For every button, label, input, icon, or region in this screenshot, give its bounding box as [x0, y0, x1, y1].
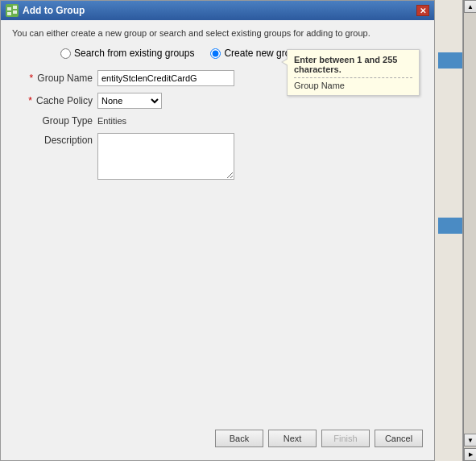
radio-create[interactable]: [210, 48, 221, 59]
radio-search-label: Search from existing groups: [74, 48, 194, 59]
required-star-cache: *: [28, 95, 32, 106]
group-type-label: Group Type: [12, 115, 93, 127]
tooltip-divider: [294, 77, 412, 78]
side-content-area: [435, 0, 463, 461]
radio-search-option[interactable]: Search from existing groups: [60, 48, 194, 59]
radio-search[interactable]: [60, 48, 71, 59]
svg-rect-1: [13, 6, 17, 9]
tooltip-title: Enter between 1 and 255 characters.: [294, 55, 412, 74]
next-button[interactable]: Next: [268, 430, 317, 447]
group-name-label: * Group Name: [12, 73, 93, 84]
side-scrollbar: ▲ ▼ ▶: [463, 0, 476, 461]
scroll-down-btn[interactable]: ▼: [464, 434, 476, 446]
finish-button[interactable]: Finish: [321, 430, 370, 447]
scroll-up-btn[interactable]: ▲: [464, 0, 476, 13]
dialog-titlebar: Add to Group ✕: [1, 1, 434, 20]
scroll-track: [464, 13, 476, 434]
button-row: Back Next Finish Cancel: [215, 430, 423, 447]
close-button[interactable]: ✕: [416, 5, 429, 16]
description-label: Description: [12, 133, 93, 146]
dialog-body: You can either create a new group or sea…: [1, 20, 434, 190]
side-tab-2: [438, 218, 462, 234]
side-tabs: [435, 0, 462, 461]
svg-rect-2: [7, 12, 11, 15]
description-textarea[interactable]: [97, 133, 234, 180]
dialog-app-icon: [6, 4, 19, 17]
tooltip-box: Enter between 1 and 255 characters. Grou…: [287, 49, 420, 96]
right-panel: ▲ ▼ ▶: [435, 0, 476, 461]
side-tab-1: [438, 52, 462, 69]
required-star-group: *: [30, 73, 34, 84]
description-field-container: [97, 133, 423, 182]
add-to-group-dialog: Add to Group ✕ You can either create a n…: [0, 0, 435, 461]
titlebar-left: Add to Group: [6, 4, 85, 17]
description-text: You can either create a new group or sea…: [12, 28, 423, 38]
group-name-input[interactable]: [97, 70, 234, 86]
back-button[interactable]: Back: [215, 430, 263, 447]
svg-rect-0: [7, 7, 11, 10]
cancel-button[interactable]: Cancel: [375, 430, 423, 447]
group-type-value: Entities: [97, 116, 423, 126]
scroll-right-btn[interactable]: ▶: [464, 448, 476, 461]
svg-rect-3: [13, 10, 17, 14]
dialog-title: Add to Group: [23, 5, 85, 16]
cache-policy-label: * Cache Policy: [12, 95, 93, 106]
tooltip-label: Group Name: [294, 81, 412, 90]
cache-policy-select[interactable]: None: [97, 93, 162, 109]
